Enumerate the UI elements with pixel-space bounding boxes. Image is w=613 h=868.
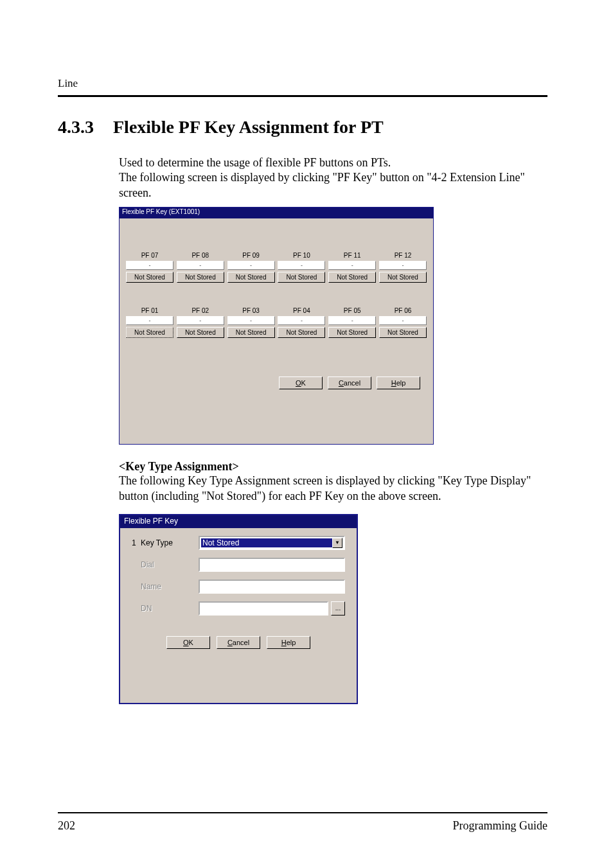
pf-cell: PF 04 - Not Stored — [278, 307, 325, 338]
help-button[interactable]: Help — [267, 636, 310, 649]
pf-label: PF 01 — [126, 307, 173, 314]
pf-label: PF 07 — [126, 252, 173, 259]
pf-keytype-button[interactable]: Not Stored — [227, 327, 275, 338]
pf-display: - — [177, 261, 224, 270]
top-rule — [58, 95, 547, 97]
pf-keytype-button[interactable]: Not Stored — [278, 327, 325, 338]
row-number: 1 — [132, 538, 141, 547]
dialog-title: Flexible PF Key — [120, 515, 357, 528]
pf-display: - — [227, 261, 275, 270]
pf-cell: PF 02 - Not Stored — [177, 307, 224, 338]
pf-display: - — [379, 316, 427, 325]
pf-cell: PF 05 - Not Stored — [328, 307, 376, 338]
pf-display: - — [177, 316, 224, 325]
pf-display: - — [379, 261, 427, 270]
running-head: Line — [58, 77, 78, 90]
dn-label: DN — [141, 604, 199, 613]
ok-button[interactable]: OK — [279, 376, 323, 389]
section-number: 4.3.3 — [58, 117, 94, 137]
dialog-title: Flexible PF Key (EXT1001) — [120, 208, 433, 218]
dialog-button-row: OK Cancel Help — [120, 636, 357, 649]
pf-cell: PF 08 - Not Stored — [177, 252, 224, 283]
keytype-value: Not Stored — [201, 538, 332, 547]
pf-key-dialog: Flexible PF Key (EXT1001) PF 07 - Not St… — [119, 207, 434, 445]
pf-label: PF 09 — [227, 252, 275, 259]
pf-keytype-button[interactable]: Not Stored — [227, 272, 275, 283]
pf-keytype-button[interactable]: Not Stored — [126, 272, 173, 283]
help-button[interactable]: Help — [377, 376, 420, 389]
intro-line2: The following screen is displayed by cli… — [119, 170, 555, 200]
pf-keytype-button[interactable]: Not Stored — [126, 327, 173, 338]
row-name: Name — [132, 580, 345, 594]
cancel-button[interactable]: Cancel — [328, 376, 371, 389]
pf-label: PF 12 — [379, 252, 427, 259]
bottom-rule — [58, 812, 547, 813]
ok-button[interactable]: OK — [166, 636, 210, 649]
kta-line2: button (including "Not Stored") for each… — [119, 489, 555, 504]
pf-keytype-button[interactable]: Not Stored — [328, 272, 376, 283]
pf-display: - — [328, 261, 376, 270]
dial-input[interactable] — [199, 558, 345, 572]
pf-display: - — [126, 316, 173, 325]
pf-label: PF 04 — [278, 307, 325, 314]
pf-cell: PF 07 - Not Stored — [126, 252, 173, 283]
doc-title: Programming Guide — [453, 819, 547, 833]
pf-keytype-button[interactable]: Not Stored — [177, 327, 224, 338]
pf-keytype-button[interactable]: Not Stored — [379, 272, 427, 283]
name-input[interactable] — [199, 580, 345, 594]
kta-line1: The following Key Type Assignment screen… — [119, 474, 555, 488]
pf-keytype-button[interactable]: Not Stored — [278, 272, 325, 283]
pf-label: PF 08 — [177, 252, 224, 259]
section-title: Flexible PF Key Assignment for PT — [113, 117, 384, 137]
pf-cell: PF 12 - Not Stored — [379, 252, 427, 283]
pf-keytype-button[interactable]: Not Stored — [379, 327, 427, 338]
pf-keytype-button[interactable]: Not Stored — [177, 272, 224, 283]
pf-label: PF 11 — [328, 252, 376, 259]
row-keytype: 1 Key Type Not Stored ▼ — [132, 536, 345, 550]
pf-cell: PF 09 - Not Stored — [227, 252, 275, 283]
pf-row-bottom: PF 01 - Not Stored PF 02 - Not Stored PF… — [126, 307, 427, 338]
pf-display: - — [126, 261, 173, 270]
row-dn: DN ... — [132, 601, 345, 616]
keytype-select[interactable]: Not Stored ▼ — [199, 536, 345, 550]
pf-display: - — [227, 316, 275, 325]
pf-label: PF 06 — [379, 307, 427, 314]
keytype-label: Key Type — [141, 538, 199, 547]
keytype-dialog: Flexible PF Key 1 Key Type Not Stored ▼ … — [119, 514, 358, 704]
dropdown-caret-icon[interactable]: ▼ — [332, 538, 342, 548]
pf-display: - — [328, 316, 376, 325]
row-dial: Dial — [132, 558, 345, 572]
pf-cell: PF 06 - Not Stored — [379, 307, 427, 338]
pf-label: PF 10 — [278, 252, 325, 259]
dn-input[interactable] — [199, 601, 328, 616]
pf-display: - — [278, 316, 325, 325]
pf-cell: PF 10 - Not Stored — [278, 252, 325, 283]
page-number: 202 — [58, 819, 75, 833]
dn-browse-button[interactable]: ... — [331, 601, 345, 616]
pf-display: - — [278, 261, 325, 270]
dial-label: Dial — [141, 560, 199, 569]
cancel-button[interactable]: Cancel — [217, 636, 260, 649]
dialog-button-row: OK Cancel Help — [120, 376, 433, 398]
pf-label: PF 03 — [227, 307, 275, 314]
kta-heading: <Key Type Assignment> — [119, 460, 555, 474]
name-label: Name — [141, 582, 199, 591]
pf-label: PF 02 — [177, 307, 224, 314]
intro-line1: Used to determine the usage of flexible … — [119, 155, 555, 170]
pf-label: PF 05 — [328, 307, 376, 314]
pf-cell: PF 03 - Not Stored — [227, 307, 275, 338]
pf-cell: PF 01 - Not Stored — [126, 307, 173, 338]
pf-row-top: PF 07 - Not Stored PF 08 - Not Stored PF… — [126, 252, 427, 283]
pf-keytype-button[interactable]: Not Stored — [328, 327, 376, 338]
pf-cell: PF 11 - Not Stored — [328, 252, 376, 283]
